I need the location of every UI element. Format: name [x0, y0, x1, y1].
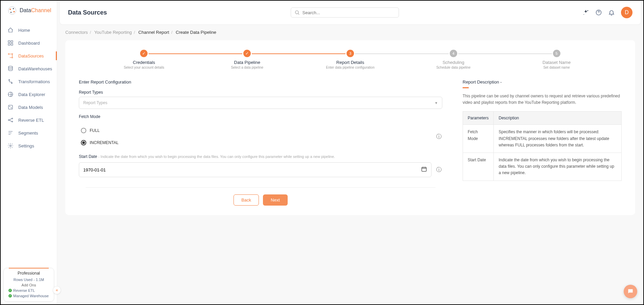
breadcrumb-current: Create Data Pipeline	[176, 30, 216, 35]
calendar-icon[interactable]	[421, 166, 427, 173]
step-reportdetails[interactable]: 3Report DetailsEnter data pipeline confi…	[299, 50, 402, 69]
search-icon	[294, 10, 300, 15]
svg-point-20	[10, 145, 12, 147]
svg-point-17	[8, 120, 9, 121]
radio-full[interactable]: FULL	[79, 124, 431, 137]
sidebar-item-settings[interactable]: Settings	[1, 139, 57, 152]
report-types-select[interactable]: Report Types ▼	[79, 97, 442, 109]
table-row: Fetch Mode Specifies the manner in which…	[463, 125, 622, 153]
chevron-down-icon: ▼	[435, 101, 438, 105]
svg-rect-6	[11, 41, 13, 42]
sidebar-item-datasources[interactable]: DataSources	[1, 49, 57, 62]
sidebar-item-label: Data Explorer	[18, 92, 45, 97]
description-text: This pipeline can be used by channel own…	[463, 93, 622, 106]
th-parameters: Parameters	[463, 112, 494, 125]
svg-point-16	[11, 108, 12, 109]
sidebar-item-label: Settings	[18, 143, 34, 148]
addon-item: Managed Warehouse	[7, 294, 50, 298]
step-datasetname: 5Dataset NameSet dataset name	[505, 50, 608, 69]
datasources-icon	[7, 53, 14, 59]
help-icon[interactable]	[595, 9, 602, 16]
gear-icon	[7, 143, 14, 149]
start-date-input-wrapper[interactable]	[79, 162, 431, 177]
info-icon[interactable]: ⓘ	[436, 166, 442, 173]
info-icon[interactable]: ⓘ	[436, 133, 442, 140]
svg-rect-5	[8, 41, 10, 42]
svg-point-18	[12, 118, 13, 119]
svg-point-1	[9, 8, 11, 10]
description-title: Report Description -	[463, 79, 622, 85]
chat-bubble[interactable]	[624, 285, 637, 298]
segments-icon	[7, 130, 14, 136]
chat-icon	[627, 288, 634, 295]
svg-point-2	[13, 8, 14, 9]
svg-rect-8	[11, 44, 13, 45]
check-icon	[8, 289, 12, 292]
fetch-mode-label: Fetch Mode	[79, 114, 442, 119]
back-button[interactable]: Back	[234, 194, 259, 206]
database-icon	[7, 66, 14, 72]
step-scheduling: 4SchedulingSchedule data pipeline	[402, 50, 505, 69]
report-types-label: Report Types	[79, 90, 442, 95]
sidebar-item-label: DataSources	[18, 53, 44, 58]
top-icons: D	[582, 7, 632, 18]
svg-rect-25	[422, 167, 426, 171]
search-input[interactable]	[303, 10, 395, 15]
form-heading: Enter Report Configuration	[79, 79, 442, 85]
sidebar-item-label: Home	[18, 28, 30, 33]
home-icon	[7, 27, 14, 33]
sidebar-item-datawarehouses[interactable]: DataWarehouses	[1, 62, 57, 75]
search-box[interactable]	[291, 7, 399, 18]
sparkle-icon[interactable]	[582, 9, 589, 16]
sidebar-item-label: Reverse ETL	[18, 118, 44, 123]
plan-title: Professional	[7, 271, 50, 276]
radio-incremental[interactable]: INCREMENTAL	[79, 137, 431, 149]
select-placeholder: Report Types	[83, 100, 107, 105]
plan-addons-heading: Add Ons	[7, 283, 50, 287]
sidebar-item-label: Data Models	[18, 105, 43, 110]
dashboard-icon	[7, 40, 14, 46]
description-area: Report Description - This pipeline can b…	[463, 79, 622, 206]
breadcrumb-link[interactable]: Connectors	[65, 30, 88, 35]
svg-point-9	[8, 53, 9, 54]
sidebar-item-reverseetl[interactable]: Reverse ETL	[1, 114, 57, 126]
explorer-icon	[7, 91, 14, 97]
plan-card: Professional Rows Used - 1.1M Add Ons Re…	[3, 268, 54, 302]
breadcrumb-link[interactable]: YouTube Reporting	[94, 30, 132, 35]
next-button[interactable]: Next	[263, 194, 288, 206]
svg-point-12	[8, 66, 13, 68]
bell-icon[interactable]	[608, 9, 615, 16]
svg-point-21	[295, 11, 298, 14]
svg-point-23	[583, 14, 584, 15]
svg-point-10	[12, 53, 13, 54]
svg-point-22	[587, 10, 589, 11]
page-title: Data Sources	[68, 9, 107, 16]
step-datapipeline[interactable]: Data PipelineSelect a data pipeline	[196, 50, 299, 69]
th-description: Description	[494, 112, 622, 125]
sidebar-item-datamodels[interactable]: Data Models	[1, 101, 57, 114]
sidebar-item-label: Segments	[18, 131, 38, 136]
svg-rect-7	[8, 44, 10, 45]
avatar[interactable]: D	[621, 7, 632, 18]
addon-item: Reverse ETL	[7, 288, 50, 292]
sidebar-item-dashboard[interactable]: Dashboard	[1, 37, 57, 49]
logo[interactable]: DataChannel	[1, 1, 57, 19]
models-icon	[7, 104, 14, 110]
form-area: Enter Report Configuration Report Types …	[79, 79, 442, 206]
sidebar-item-transformations[interactable]: Transformations	[1, 75, 57, 88]
sidebar-item-dataexplorer[interactable]: Data Explorer	[1, 88, 57, 101]
step-credentials[interactable]: CredentialsSelect your account details	[92, 50, 196, 69]
topbar: Data Sources D	[60, 1, 641, 24]
svg-point-15	[9, 106, 10, 107]
sidebar-collapse-button[interactable]: «	[53, 286, 61, 294]
sidebar-item-home[interactable]: Home	[1, 24, 57, 37]
start-date-input[interactable]	[83, 167, 421, 172]
fetch-mode-group: FULL INCREMENTAL	[79, 121, 431, 152]
svg-rect-14	[8, 105, 13, 109]
sidebar: DataChannel Home Dashboard DataSources D…	[1, 1, 57, 304]
transform-icon	[7, 78, 14, 85]
plan-rows-used: Rows Used - 1.1M	[7, 278, 50, 282]
reverse-etl-icon	[7, 117, 14, 123]
table-row: Start Date Indicate the date from which …	[463, 152, 622, 181]
sidebar-item-segments[interactable]: Segments	[1, 126, 57, 139]
